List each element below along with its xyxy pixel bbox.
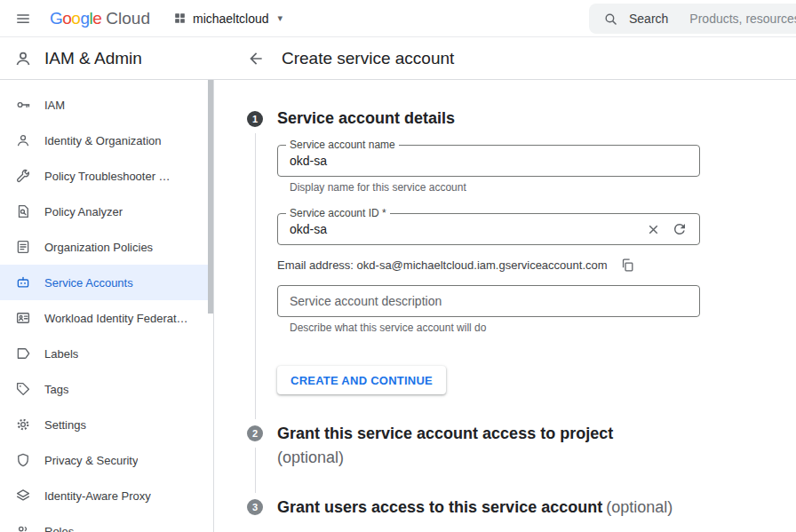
sidebar-item-privacy-security[interactable]: Privacy & Security [0,442,213,478]
topbar: Google Cloud michaeltcloud ▾ Search Prod… [0,0,796,37]
header-row: IAM & Admin Create service account [0,37,796,80]
id-field-actions [646,221,699,237]
sidebar-item-labels[interactable]: Labels [0,336,213,371]
service-account-id-label: Service account ID * [286,207,390,219]
search-label: Search [629,12,668,26]
sidebar-item-label: Settings [44,418,86,432]
label-icon [15,345,31,361]
sidebar-item-policy-troubleshooter[interactable]: Policy Troubleshooter … [0,158,213,194]
name-helper-text: Display name for this service account [290,181,796,194]
step2-rail: 2 [247,422,263,496]
gear-icon [15,417,31,433]
service-account-id-field: Service account ID * [277,213,700,245]
hamburger-menu-icon[interactable] [11,6,36,31]
service-account-icon [15,274,31,290]
sidebar-item-policy-analyzer[interactable]: Policy Analyzer [0,194,213,229]
layers-icon [15,488,31,504]
step2-title: Grant this service account access to pro… [277,422,796,470]
sidebar-item-label: Policy Analyzer [44,205,123,218]
service-account-description-input[interactable] [278,294,699,308]
chevron-down-icon: ▾ [278,12,283,24]
sidebar-scrollbar[interactable] [208,80,213,314]
sidebar-item-label: Tags [44,383,68,396]
step3-title-text: Grant users access to this service accou… [277,498,602,516]
project-name: michaeltcloud [193,12,269,26]
project-picker-icon [173,12,187,25]
sidebar-item-label: Identity & Organization [44,134,162,147]
wrench-icon [15,168,31,184]
google-cloud-logo[interactable]: Google Cloud [50,9,150,28]
service-account-id-input[interactable] [278,222,646,236]
sidebar-item-label: Policy Troubleshooter … [44,170,171,183]
sidebar-item-label: Identity-Aware Proxy [44,489,151,503]
sidebar-item-iam[interactable]: IAM [0,87,213,123]
tag-icon [15,381,31,397]
search-placeholder: Products, resources, [689,12,796,26]
step1-rail: 1 [247,107,263,422]
person-icon [15,132,31,148]
page-title: Create service account [282,49,454,68]
project-switcher[interactable]: michaeltcloud ▾ [173,12,283,26]
sidebar: IAMIdentity & OrganizationPolicy Trouble… [0,80,214,532]
service-account-name-label: Service account name [286,139,399,151]
sidebar-item-label: Roles [44,525,74,532]
section-title: IAM & Admin [44,49,142,68]
back-arrow-icon[interactable] [247,50,265,67]
logo-google-text: Google [50,9,101,28]
email-row: Email address: okd-sa@michaeltcloud.iam.… [277,258,796,273]
sidebar-item-label: Service Accounts [44,276,133,290]
section-header[interactable]: IAM & Admin [0,37,214,79]
service-account-description-field [277,285,700,317]
service-account-name-input[interactable] [278,154,699,168]
step2-optional-text: (optional) [277,446,796,470]
logo-cloud-text: Cloud [106,9,150,28]
key-icon [15,97,31,113]
clear-icon[interactable] [646,222,661,237]
sidebar-item-label: IAM [44,99,65,112]
badge-icon [15,310,31,326]
sidebar-item-identity-organization[interactable]: Identity & Organization [0,123,213,158]
step-connector-line [255,133,256,419]
main-content: 1 Service account details Service accoun… [214,80,796,532]
sidebar-item-label: Privacy & Security [44,454,138,467]
iam-admin-icon [13,49,33,68]
create-and-continue-button[interactable]: CREATE AND CONTINUE [277,366,446,394]
search-icon [603,12,618,27]
step-2: 2 Grant this service account access to p… [247,422,796,496]
step-3: 3 Grant users access to this service acc… [247,496,796,519]
step2-title-text: Grant this service account access to pro… [277,425,613,442]
shield-icon [15,452,31,468]
search-input[interactable]: Search Products, resources, [589,4,796,34]
step3-number-badge: 3 [247,499,263,515]
step3-optional-text: (optional) [606,498,673,516]
email-address-text: Email address: okd-sa@michaeltcloud.iam.… [277,258,608,272]
service-account-name-field: Service account name [277,145,700,177]
sidebar-item-identity-aware-proxy[interactable]: Identity-Aware Proxy [0,478,213,513]
sidebar-item-service-accounts[interactable]: Service Accounts [0,265,213,300]
sidebar-item-label: Labels [44,347,78,361]
description-helper-text: Describe what this service account will … [290,322,796,334]
sidebar-item-settings[interactable]: Settings [0,407,213,442]
people-icon [15,523,31,532]
step-connector-line [255,448,256,493]
list-icon [15,239,31,255]
step3-title: Grant users access to this service accou… [277,496,796,519]
step1-title: Service account details [277,107,796,130]
step1-number-badge: 1 [247,111,263,127]
page-header: Create service account [214,37,796,79]
step2-number-badge: 2 [247,425,263,441]
sidebar-item-organization-policies[interactable]: Organization Policies [0,229,213,265]
document-search-icon [15,203,31,219]
sidebar-item-workload-identity-federat[interactable]: Workload Identity Federat… [0,300,213,336]
sidebar-item-tags[interactable]: Tags [0,371,213,407]
copy-icon[interactable] [620,258,635,273]
sidebar-item-label: Workload Identity Federat… [44,312,188,325]
content: IAMIdentity & OrganizationPolicy Trouble… [0,80,796,532]
sidebar-item-roles[interactable]: Roles [0,513,213,532]
step-1: 1 Service account details Service accoun… [247,107,796,422]
sidebar-nav: IAMIdentity & OrganizationPolicy Trouble… [0,87,213,532]
sidebar-item-label: Organization Policies [44,241,153,254]
refresh-icon[interactable] [672,221,688,237]
step3-rail: 3 [247,496,263,519]
